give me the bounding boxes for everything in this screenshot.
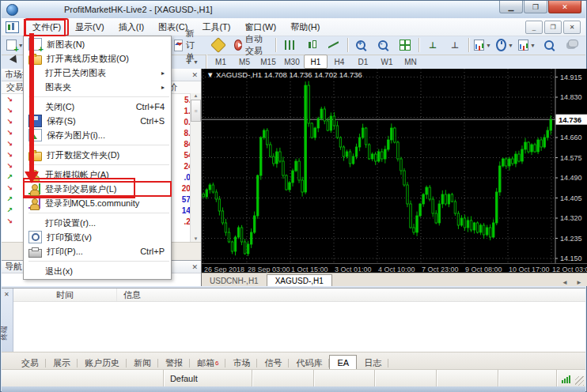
timeframe-d1-button[interactable]: D1: [351, 55, 375, 69]
terminal-tab-信号[interactable]: 信号: [257, 356, 289, 370]
file-menu-item-16[interactable]: 打印预览(v): [24, 230, 171, 244]
scroll-down-icon[interactable]: ▼: [194, 236, 199, 241]
candlestick-chart-button[interactable]: [301, 36, 323, 54]
price-up-icon: ↗: [2, 206, 15, 214]
line-tools-button[interactable]: +▼: [181, 53, 203, 70]
terminal-tab-交易[interactable]: 交易: [14, 356, 46, 370]
menu-file[interactable]: 文件(F): [25, 19, 68, 36]
file-menu-item-15[interactable]: 打印设置(r)...: [24, 216, 171, 230]
terminal-tab-label: 日志: [364, 357, 381, 369]
file-menu-item-19[interactable]: 退出(x): [24, 264, 171, 278]
printer-icon: [28, 249, 42, 258]
scrollbar-thumb[interactable]: ≡: [191, 100, 201, 122]
timeframe-m1-button[interactable]: M1: [209, 55, 233, 69]
timeframe-m5-button[interactable]: M5: [233, 55, 256, 69]
line-chart-icon: [328, 40, 339, 50]
zoom-out-button[interactable]: -: [372, 36, 394, 54]
resize-grip[interactable]: [575, 376, 584, 386]
new-order-button[interactable]: 新订单: [169, 36, 207, 54]
timeframe-m30-button[interactable]: M30: [280, 55, 304, 69]
terminal-close-icon[interactable]: ✕: [4, 291, 9, 298]
menu-help[interactable]: 帮助(H): [283, 19, 327, 36]
line-chart-button[interactable]: [323, 36, 345, 54]
templates-button[interactable]: ▼: [516, 36, 538, 54]
timeframe-m15-button[interactable]: M15: [256, 55, 280, 69]
file-menu-item-2[interactable]: 打开已关闭图表▸: [24, 66, 171, 80]
menu-item-label: 关闭(C): [45, 101, 130, 113]
terminal-tab-市场[interactable]: 市场: [225, 356, 257, 370]
chart-tab-scroll-icons[interactable]: ◄ ►: [562, 279, 585, 286]
child-minimize-button[interactable]: _: [525, 21, 543, 34]
file-menu-item-3[interactable]: 图表夹▸: [24, 80, 171, 94]
dropdown-caret-icon: ▼: [530, 43, 536, 48]
timeframe-h4-button[interactable]: H4: [328, 55, 351, 69]
terminal-tab-邮箱[interactable]: 邮箱6: [190, 356, 225, 370]
timeframe-h1-button[interactable]: H1: [304, 55, 328, 69]
terminal-tab-日志[interactable]: 日志: [357, 356, 388, 370]
child-close-button[interactable]: ✕: [563, 21, 581, 34]
terminal-tab-代码库[interactable]: 代码库: [289, 356, 329, 370]
close-button[interactable]: ✕: [548, 1, 581, 13]
terminal-tab-警报[interactable]: 警报: [158, 356, 190, 370]
auto-scroll-button[interactable]: ⊥: [422, 36, 444, 54]
cursor-icon: [9, 55, 22, 68]
timeframe-mn-button[interactable]: MN: [399, 55, 422, 69]
file-menu-item-1[interactable]: 打开离线历史数据(O): [24, 51, 171, 66]
chart-tab-usdcnhh1[interactable]: USDCNH-,H1: [202, 275, 267, 286]
scroll-up-icon[interactable]: ▲: [194, 93, 199, 98]
menu-separator: [24, 258, 171, 264]
file-menu-item-6[interactable]: 保存(S)Ctrl+S: [24, 114, 171, 128]
file-menu-item-0[interactable]: 新图表(N): [24, 37, 171, 51]
metaeditor-button[interactable]: [207, 36, 229, 54]
bar-chart-button[interactable]: [278, 36, 301, 54]
restore-button[interactable]: ❐: [524, 1, 547, 13]
no-icon: [28, 217, 40, 228]
price-down-icon: ↘: [2, 162, 15, 170]
market-watch-scrollbar[interactable]: ▲ ≡ ▼: [190, 93, 201, 242]
autotrading-button[interactable]: 自动交易: [229, 36, 273, 54]
toolbar-separator: [275, 38, 276, 52]
navigator-close-icon[interactable]: ✕: [191, 263, 198, 271]
chart-window[interactable]: 14.91514.83014.66014.57514.49014.40514.3…: [201, 69, 587, 286]
file-menu-item-5[interactable]: 关闭(C)Ctrl+F4: [24, 100, 171, 114]
terminal-tab-展示[interactable]: 展示: [46, 356, 78, 370]
profile-selector[interactable]: Default: [164, 370, 252, 387]
file-menu-item-17[interactable]: 打印(P)...Ctrl+P: [24, 244, 171, 258]
file-menu-item-11[interactable]: 开新模拟帐户(A): [24, 168, 171, 182]
zoom-out-icon: -: [378, 40, 388, 50]
terminal-tab-账户历史[interactable]: 账户历史: [78, 356, 127, 370]
file-menu-item-9[interactable]: 打开数据文件夹(D): [24, 148, 171, 162]
menu-item-label: 打开离线历史数据(O): [47, 53, 165, 65]
chart-shift-button[interactable]: ⊥: [444, 36, 466, 54]
mail-badge: 6: [215, 360, 218, 367]
tile-windows-button[interactable]: [394, 36, 416, 54]
statusbar-segment: [437, 370, 498, 387]
market-watch-close-icon[interactable]: ✕: [191, 71, 198, 79]
chart-tab-xagusdh1[interactable]: XAGUSD-,H1: [267, 274, 332, 286]
menu-item-label: 打开数据文件夹(D): [47, 149, 165, 161]
file-menu-item-7[interactable]: 保存为图片(i)...: [24, 128, 171, 142]
menu-item-label: 登录到MQL5.community: [45, 198, 165, 209]
community-chat-button[interactable]: [560, 36, 582, 54]
menu-insert[interactable]: 插入(I): [112, 19, 151, 36]
terminal-tab-ea[interactable]: EA: [329, 355, 357, 370]
periods-button[interactable]: ▼: [494, 36, 516, 54]
terminal-tab-label: 新闻: [134, 357, 151, 369]
search-button[interactable]: [538, 36, 560, 54]
menu-item-label: 退出(x): [45, 266, 165, 277]
indicators-button[interactable]: ▼: [471, 36, 494, 54]
menu-view[interactable]: 显示(V): [68, 19, 112, 36]
child-restore-button[interactable]: ❐: [544, 21, 562, 34]
zoom-in-button[interactable]: +: [350, 36, 372, 54]
minimize-button[interactable]: ▁: [499, 1, 523, 13]
terminal-tab-strip: 交易展示账户历史新闻警报邮箱6市场信号代码库EA日志: [2, 352, 585, 370]
file-menu-item-13[interactable]: 登录到MQL5.community: [24, 196, 171, 210]
menu-item-label: 打印(P)...: [47, 246, 134, 258]
terminal-tab-新闻[interactable]: 新闻: [127, 356, 158, 370]
menu-item-label: 打开已关闭图表: [45, 67, 155, 79]
file-menu-item-12[interactable]: 登录到交易账户(L): [24, 182, 171, 196]
candlestick-chart[interactable]: 14.91514.83014.66014.57514.49014.40514.3…: [202, 69, 587, 263]
message-column-header: 信息: [117, 288, 141, 301]
zoom-in-icon: +: [356, 40, 365, 50]
timeframe-w1-button[interactable]: W1: [375, 55, 399, 69]
